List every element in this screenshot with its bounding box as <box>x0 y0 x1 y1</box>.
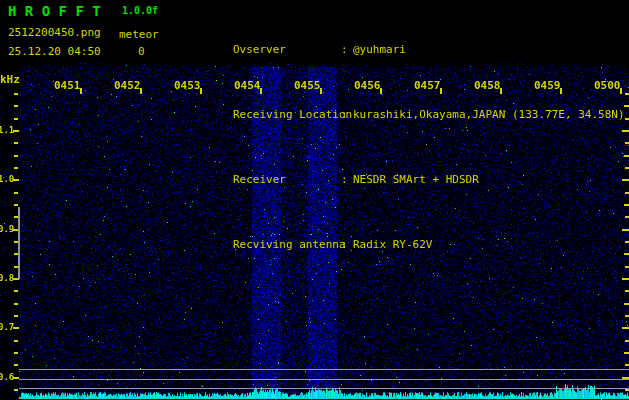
y-tick-mark-minor <box>14 155 18 157</box>
info-label: Ovserver <box>233 43 341 56</box>
x-tick-label: 0500 <box>594 79 621 92</box>
y-tick-mark-right <box>625 340 629 342</box>
info-value: NESDR SMArt + HDSDR <box>353 173 479 186</box>
meteor-counter-label: meteor <box>119 28 159 41</box>
info-row-antenna: Recviving antenna:Radix RY-62V <box>180 225 625 264</box>
x-tick-label: 0457 <box>414 79 441 92</box>
y-axis-unit-label: kHz <box>0 73 20 86</box>
y-tick-mark-minor <box>14 364 18 366</box>
x-tick-mark <box>200 88 202 94</box>
info-colon: : <box>341 173 353 186</box>
y-tick-mark-minor <box>14 290 18 292</box>
y-tick-mark-right <box>625 192 629 194</box>
app-version: 1.0.0f <box>122 5 158 16</box>
x-tick-label: 0455 <box>294 79 321 92</box>
y-tick-mark-right <box>625 93 629 95</box>
x-tick-mark <box>380 88 382 94</box>
y-tick-label: 1.1 <box>0 125 14 135</box>
y-tick-mark-minor <box>14 389 18 391</box>
y-tick-mark-right <box>624 253 629 255</box>
y-tick-label: 0.6 <box>0 372 14 382</box>
y-tick-mark-minor <box>14 118 18 120</box>
meteor-counter-value: 0 <box>138 45 145 58</box>
info-row-observer: Ovserver:@yuhmari <box>180 30 625 69</box>
y-tick-label: 0.7 <box>0 322 14 332</box>
y-tick-mark-right <box>625 266 629 268</box>
y-tick-mark-right <box>624 155 629 157</box>
x-tick-label: 0458 <box>474 79 501 92</box>
y-tick-mark-minor <box>14 340 18 342</box>
x-tick-label: 0451 <box>54 79 81 92</box>
y-tick-mark-right <box>625 290 629 292</box>
y-tick-mark-right <box>625 364 629 366</box>
y-tick-mark-minor <box>14 167 18 169</box>
hrofft-window: H R O F F T 1.0.0f 2512200450.png meteor… <box>0 0 629 400</box>
info-row-location: Receiving Location:kurashiki,Okayama,JAP… <box>180 95 625 134</box>
y-tick-mark-minor <box>14 105 18 107</box>
x-tick-mark <box>560 88 562 94</box>
reference-line <box>19 388 629 389</box>
y-tick-mark-major <box>13 327 19 329</box>
x-tick-label: 0454 <box>234 79 261 92</box>
x-tick-mark <box>500 88 502 94</box>
left-marker-bar <box>18 207 20 279</box>
y-tick-mark-right <box>622 327 629 329</box>
info-value: kurashiki,Okayama,JAPAN (133.77E, 34.58N… <box>353 108 625 121</box>
y-tick-mark-right <box>624 105 629 107</box>
y-tick-mark-right <box>625 118 629 120</box>
x-tick-mark <box>320 88 322 94</box>
y-tick-mark-right <box>625 216 629 218</box>
y-tick-mark-right <box>624 204 629 206</box>
app-title: H R O F F T <box>8 3 101 19</box>
y-tick-mark-right <box>625 167 629 169</box>
output-filename: 2512200450.png <box>8 26 101 39</box>
y-tick-label: 1.0 <box>0 174 14 184</box>
y-tick-mark-minor <box>14 315 18 317</box>
y-tick-mark-minor <box>14 93 18 95</box>
info-colon: : <box>341 108 353 121</box>
x-tick-label: 0452 <box>114 79 141 92</box>
y-tick-mark-right <box>625 241 629 243</box>
y-tick-mark-right <box>624 303 629 305</box>
y-tick-mark-minor <box>14 204 18 206</box>
y-tick-mark-right <box>622 278 629 280</box>
x-tick-mark <box>80 88 82 94</box>
x-tick-mark <box>260 88 262 94</box>
y-tick-mark-minor <box>14 192 18 194</box>
y-tick-mark-right <box>624 352 629 354</box>
y-tick-mark-minor <box>14 142 18 144</box>
y-tick-label: 0.9 <box>0 224 14 234</box>
x-tick-mark <box>620 88 622 94</box>
y-tick-label: 0.8 <box>0 273 14 283</box>
y-tick-mark-minor <box>14 352 18 354</box>
y-tick-mark-right <box>622 229 629 231</box>
y-tick-mark-right <box>625 142 629 144</box>
info-colon: : <box>341 43 353 56</box>
info-row-receiver: Receiver:NESDR SMArt + HDSDR <box>180 160 625 199</box>
x-tick-mark <box>440 88 442 94</box>
y-tick-mark-minor <box>14 303 18 305</box>
info-colon: : <box>341 238 353 251</box>
y-tick-mark-major <box>13 179 19 181</box>
y-tick-mark-right <box>625 389 629 391</box>
x-tick-label: 0453 <box>174 79 201 92</box>
reference-line <box>19 379 629 380</box>
y-tick-mark-right <box>622 179 629 181</box>
station-info: Ovserver:@yuhmari Receiving Location:kur… <box>180 4 625 290</box>
y-tick-mark-major <box>13 130 19 132</box>
info-value: @yuhmari <box>353 43 406 56</box>
info-label: Receiver <box>233 173 341 186</box>
x-tick-label: 0456 <box>354 79 381 92</box>
y-tick-mark-right <box>625 315 629 317</box>
info-label: Receiving Location <box>233 108 341 121</box>
timestamp: 25.12.20 04:50 <box>8 45 101 58</box>
info-value: Radix RY-62V <box>353 238 432 251</box>
x-tick-mark <box>140 88 142 94</box>
reference-line <box>19 369 629 370</box>
x-tick-label: 0459 <box>534 79 561 92</box>
info-label: Recviving antenna <box>233 238 341 251</box>
y-tick-mark-right <box>622 130 629 132</box>
